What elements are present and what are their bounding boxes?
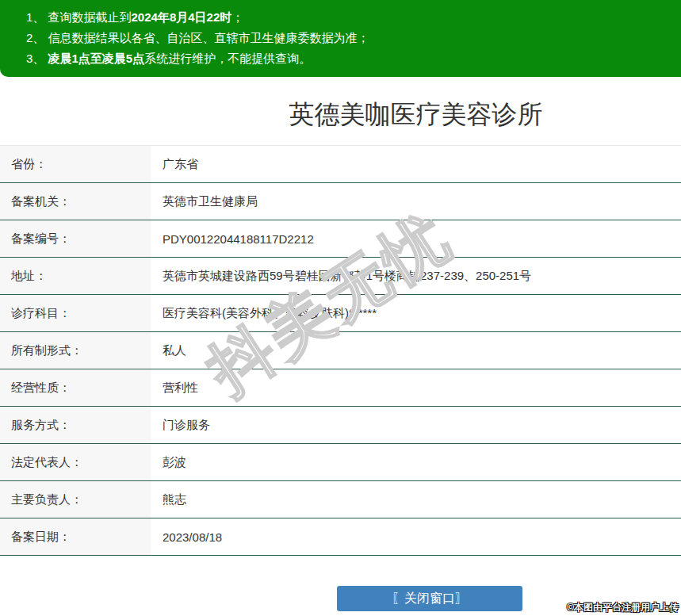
row-value: 广东省 bbox=[151, 146, 681, 182]
table-row-province: 省份： 广东省 bbox=[0, 146, 681, 183]
row-label: 服务方式： bbox=[0, 407, 151, 443]
row-value: 英德市英城建设路西59号碧桂园新都荟1号楼商铺237-239、250-251号 bbox=[151, 258, 681, 294]
notice-text: 信息数据结果以各省、自治区、直辖市卫生健康委数据为准； bbox=[48, 31, 369, 44]
notice-text: ； bbox=[231, 10, 243, 24]
row-label: 省份： bbox=[0, 146, 151, 182]
row-value: PDY00122044188117D2212 bbox=[151, 220, 681, 257]
notice-banner: 1、 查询数据截止到2024年8月4日22时； 2、 信息数据结果以各省、自治区… bbox=[0, 0, 681, 77]
notice-text: 系统进行维护，不能提供查询。 bbox=[144, 52, 311, 65]
table-row-treatment-subjects: 诊疗科目： 医疗美容科(美容外科、美容皮肤科)****** bbox=[0, 295, 681, 332]
table-row-address: 地址： 英德市英城建设路西59号碧桂园新都荟1号楼商铺237-239、250-2… bbox=[0, 258, 681, 295]
row-label: 备案机关： bbox=[0, 183, 151, 220]
table-row-legal-representative: 法定代表人： 彭波 bbox=[0, 444, 681, 481]
notice-text: 查询数据截止到 bbox=[48, 10, 132, 24]
notice-text-bold: 2024年8月4日22时 bbox=[132, 10, 232, 24]
row-label: 诊疗科目： bbox=[0, 295, 151, 331]
row-label: 经营性质： bbox=[0, 369, 151, 406]
row-label: 备案日期： bbox=[0, 518, 151, 555]
notice-line-number: 3、 bbox=[26, 52, 44, 65]
row-value: 医疗美容科(美容外科、美容皮肤科)****** bbox=[151, 295, 681, 331]
table-row-filing-authority: 备案机关： 英德市卫生健康局 bbox=[0, 183, 681, 220]
notice-line-number: 2、 bbox=[26, 31, 44, 44]
row-value: 营利性 bbox=[151, 369, 681, 406]
notice-line-2: 2、 信息数据结果以各省、自治区、直辖市卫生健康委数据为准； bbox=[26, 28, 665, 48]
row-label: 备案编号： bbox=[0, 220, 151, 257]
table-row-business-nature: 经营性质： 营利性 bbox=[0, 369, 681, 407]
upload-credit-text: ©本图由平台注册用户上传 bbox=[567, 601, 679, 614]
row-value: 私人 bbox=[151, 332, 681, 369]
row-value: 熊志 bbox=[151, 481, 681, 518]
row-value: 彭波 bbox=[151, 444, 681, 480]
notice-text-bold: 凌晨1点至凌晨5点 bbox=[48, 52, 145, 65]
table-row-ownership-form: 所有制形式： 私人 bbox=[0, 332, 681, 369]
row-value: 门诊服务 bbox=[151, 407, 681, 443]
table-row-filing-number: 备案编号： PDY00122044188117D2212 bbox=[0, 220, 681, 258]
row-value: 英德市卫生健康局 bbox=[151, 183, 681, 220]
notice-line-3: 3、 凌晨1点至凌晨5点系统进行维护，不能提供查询。 bbox=[26, 48, 665, 69]
notice-line-1: 1、 查询数据截止到2024年8月4日22时； bbox=[26, 7, 665, 28]
row-label: 法定代表人： bbox=[0, 444, 151, 480]
row-label: 所有制形式： bbox=[0, 332, 151, 369]
title-area: 英德美咖医疗美容诊所 bbox=[0, 98, 681, 131]
close-window-button[interactable]: 〖关闭窗口〗 bbox=[337, 586, 522, 611]
table-row-service-mode: 服务方式： 门诊服务 bbox=[0, 407, 681, 444]
row-label: 地址： bbox=[0, 258, 151, 294]
notice-line-number: 1、 bbox=[26, 10, 44, 24]
page-title: 英德美咖医疗美容诊所 bbox=[151, 98, 681, 131]
row-value: 2023/08/18 bbox=[151, 518, 681, 555]
info-table: 省份： 广东省 备案机关： 英德市卫生健康局 备案编号： PDY00122044… bbox=[0, 145, 681, 556]
table-row-principal: 主要负责人： 熊志 bbox=[0, 481, 681, 518]
row-label: 主要负责人： bbox=[0, 481, 151, 518]
table-row-filing-date: 备案日期： 2023/08/18 bbox=[0, 518, 681, 556]
